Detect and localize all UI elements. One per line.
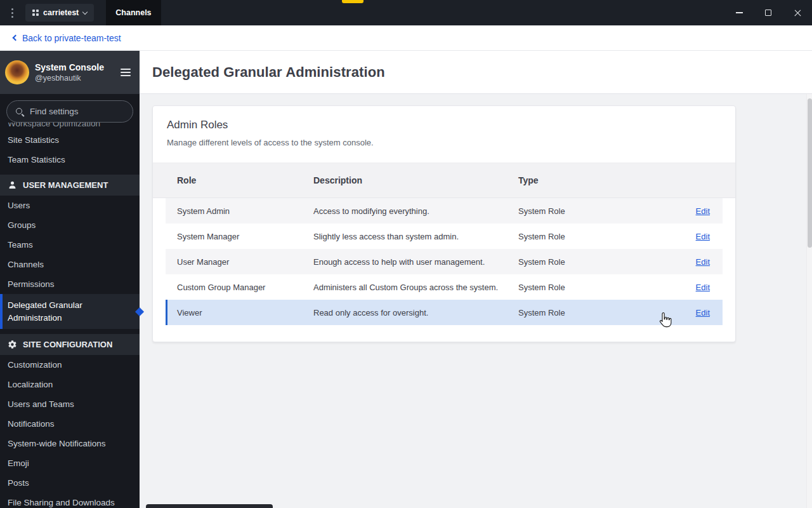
console-title: System Console — [35, 62, 104, 73]
column-header-role: Role — [177, 175, 313, 185]
settings-search[interactable] — [6, 100, 133, 123]
page-title: Delegated Granular Administration — [152, 64, 385, 81]
gear-icon — [8, 340, 17, 349]
background-window-sliver — [146, 504, 273, 508]
sidebar-item-teams[interactable]: Teams — [0, 235, 140, 255]
edit-link[interactable]: Edit — [696, 308, 710, 318]
table-row: Custom Group Manager Administers all Cus… — [166, 274, 723, 300]
chevron-left-icon — [13, 35, 19, 41]
column-header-description: Description — [313, 175, 518, 185]
role-cell: User Manager — [177, 257, 313, 267]
type-cell: System Role — [518, 257, 671, 267]
sidebar-item-emoji[interactable]: Emoji — [0, 453, 140, 473]
description-cell: Slightly less access than system admin. — [313, 232, 518, 241]
section-label: SITE CONFIGURATION — [23, 340, 112, 349]
page-header: Delegated Granular Administration — [140, 51, 812, 94]
main-panel: Delegated Granular Administration Admin … — [140, 51, 812, 508]
type-cell: System Role — [518, 283, 671, 292]
type-cell: System Role — [518, 206, 671, 216]
role-cell: System Manager — [177, 232, 313, 241]
section-user-management: USER MANAGEMENT — [0, 175, 140, 196]
sidebar-item-users[interactable]: Users — [0, 196, 140, 215]
table-row-highlighted: Viewer Read only access for oversight. S… — [166, 300, 723, 325]
minimize-button[interactable] — [724, 0, 754, 25]
description-cell: Enough access to help with user manageme… — [313, 257, 518, 267]
close-icon — [794, 9, 802, 17]
edit-link[interactable]: Edit — [696, 257, 710, 267]
server-name: carrietest — [43, 8, 79, 17]
console-username: @yesbhautik — [35, 73, 104, 83]
type-cell: System Role — [518, 308, 671, 318]
role-cell: Custom Group Manager — [177, 283, 313, 292]
sidebar-item-label: Delegated Granular Administration — [8, 300, 82, 323]
sidebar-item-site-statistics[interactable]: Site Statistics — [0, 130, 140, 150]
sidebar-item-customization[interactable]: Customization — [0, 355, 140, 375]
sidebar-item-permissions[interactable]: Permissions — [0, 274, 140, 294]
edit-link[interactable]: Edit — [696, 232, 710, 241]
edit-link[interactable]: Edit — [696, 206, 710, 216]
search-icon — [15, 107, 24, 116]
person-icon — [8, 180, 17, 190]
card-header: Admin Roles Manage different levels of a… — [153, 106, 735, 163]
sidebar-item-groups[interactable]: Groups — [0, 215, 140, 235]
sidebar-item-posts[interactable]: Posts — [0, 473, 140, 493]
card-subtitle: Manage different levels of access to the… — [167, 138, 721, 147]
avatar[interactable] — [5, 60, 29, 84]
scrollbar-thumb[interactable] — [808, 98, 812, 248]
role-cell: Viewer — [177, 308, 313, 318]
tab-channels[interactable]: Channels — [106, 0, 160, 25]
maximize-icon — [765, 10, 771, 16]
edit-link[interactable]: Edit — [696, 283, 710, 292]
sidebar-item-workspace-optimization[interactable]: Workspace Optimization — [0, 123, 140, 130]
section-label: USER MANAGEMENT — [23, 180, 108, 190]
titlebar: carrietest Channels — [0, 0, 812, 25]
type-cell: System Role — [518, 232, 671, 241]
app-menu-icon[interactable] — [0, 8, 13, 18]
back-bar: Back to private-team-test — [0, 25, 812, 51]
maximize-button[interactable] — [754, 0, 783, 25]
sidebar-item-notifications[interactable]: Notifications — [0, 414, 140, 434]
console-sidebar: System Console @yesbhautik Workspace Opt… — [0, 51, 140, 508]
sidebar-item-delegated-granular-administration[interactable]: Delegated Granular Administration — [0, 294, 140, 329]
close-button[interactable] — [783, 0, 812, 25]
content-area: Admin Roles Manage different levels of a… — [140, 94, 812, 508]
screen-indicator-sliver — [342, 0, 363, 3]
console-header: System Console @yesbhautik — [0, 51, 140, 94]
description-cell: Access to modifying everything. — [313, 206, 518, 216]
table-row: System Admin Access to modifying everyth… — [166, 198, 723, 224]
table-row: User Manager Enough access to help with … — [166, 249, 723, 274]
settings-search-input[interactable] — [30, 107, 124, 116]
back-label: Back to private-team-test — [22, 33, 121, 43]
sidebar-item-channels[interactable]: Channels — [0, 255, 140, 274]
description-cell: Administers all Custom Groups across the… — [313, 283, 518, 292]
scrollbar-track[interactable] — [806, 94, 812, 508]
sidebar-item-team-statistics[interactable]: Team Statistics — [0, 150, 140, 170]
server-grid-icon — [32, 10, 39, 16]
window-controls — [724, 0, 812, 25]
chevron-down-icon — [82, 9, 88, 14]
hamburger-icon[interactable] — [121, 69, 131, 76]
role-cell: System Admin — [177, 206, 313, 216]
description-cell: Read only access for oversight. — [313, 308, 518, 318]
back-link[interactable]: Back to private-team-test — [13, 33, 121, 43]
table-body: System Admin Access to modifying everyth… — [153, 198, 735, 342]
column-header-type: Type — [518, 175, 671, 185]
minimize-icon — [736, 12, 743, 13]
section-site-configuration: SITE CONFIGURATION — [0, 334, 140, 355]
table-row: System Manager Slightly less access than… — [166, 224, 723, 249]
sidebar-item-file-sharing-and-downloads[interactable]: File Sharing and Downloads — [0, 493, 140, 508]
server-selector[interactable]: carrietest — [25, 4, 94, 22]
sidebar-item-system-wide-notifications[interactable]: System-wide Notifications — [0, 434, 140, 453]
sidebar-item-localization[interactable]: Localization — [0, 375, 140, 394]
sidebar-item-users-and-teams[interactable]: Users and Teams — [0, 394, 140, 414]
card-title: Admin Roles — [167, 119, 721, 131]
admin-roles-card: Admin Roles Manage different levels of a… — [152, 105, 736, 342]
table-header: Role Description Type — [153, 163, 735, 198]
